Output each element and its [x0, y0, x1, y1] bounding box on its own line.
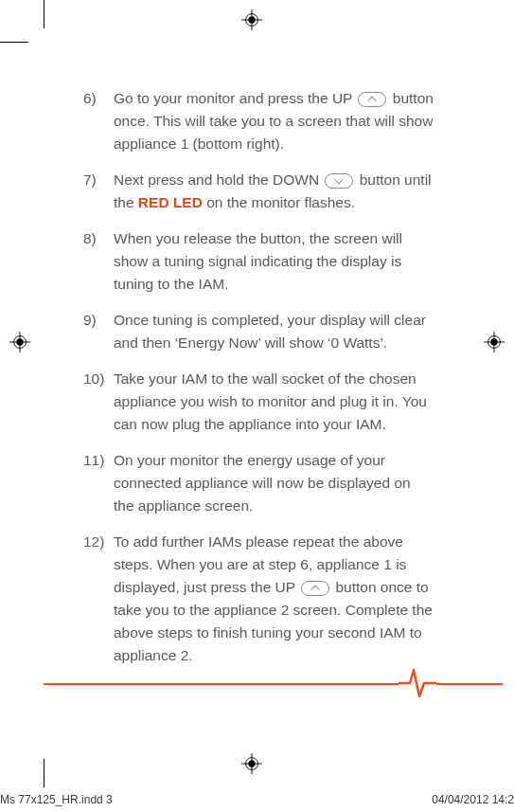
pulse-icon [399, 664, 436, 702]
page-content: 6) Go to your monitor and press the UP b… [83, 87, 434, 680]
step-text: On your monitor the energy usage of your… [114, 449, 434, 517]
text: Go to your monitor and press the UP [114, 90, 356, 106]
step-number: 9) [83, 309, 114, 354]
step-7: 7) Next press and hold the DOWN button u… [83, 169, 434, 214]
step-number: 8) [83, 227, 114, 296]
text: on the monitor flashes. [203, 194, 355, 210]
step-number: 11) [83, 449, 114, 517]
step-text: Go to your monitor and press the UP butt… [114, 87, 434, 155]
step-6: 6) Go to your monitor and press the UP b… [83, 87, 434, 155]
step-text: To add further IAMs please repeat the ab… [114, 531, 434, 667]
step-number: 6) [83, 87, 114, 155]
step-text: Next press and hold the DOWN button unti… [114, 169, 434, 214]
divider [44, 664, 503, 702]
up-button-icon [358, 92, 386, 107]
step-9: 9) Once tuning is completed, your displa… [83, 309, 434, 354]
step-text: When you release the button, the screen … [114, 227, 434, 296]
step-number: 12) [83, 531, 114, 667]
up-button-icon [301, 581, 329, 596]
text: Next press and hold the DOWN [114, 171, 323, 188]
registration-mark-icon [241, 753, 262, 774]
red-led-label: RED LED [138, 194, 203, 210]
crop-mark [44, 759, 44, 787]
registration-mark-icon [9, 332, 30, 352]
footer-timestamp: 04/04/2012 14:2 [432, 793, 514, 806]
registration-mark-icon [241, 9, 262, 30]
step-text: Once tuning is completed, your display w… [114, 309, 434, 354]
step-number: 7) [83, 169, 114, 214]
step-8: 8) When you release the button, the scre… [83, 227, 434, 296]
registration-mark-icon [484, 332, 505, 352]
footer-filename: Ms 77x125_HR.indd 3 [0, 793, 113, 806]
step-12: 12) To add further IAMs please repeat th… [83, 531, 434, 667]
step-10: 10) Take your IAM to the wall socket of … [83, 368, 434, 436]
step-text: Take your IAM to the wall socket of the … [114, 368, 434, 436]
step-number: 10) [83, 368, 114, 436]
down-button-icon [325, 173, 353, 189]
step-11: 11) On your monitor the energy usage of … [83, 449, 434, 517]
crop-mark [0, 42, 28, 43]
crop-mark [44, 0, 44, 28]
